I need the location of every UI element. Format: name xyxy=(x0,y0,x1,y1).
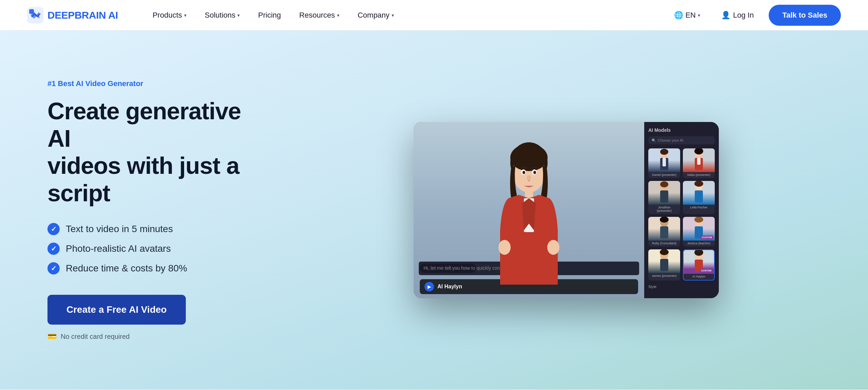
logo[interactable]: DEEPBRAIN AI xyxy=(27,7,118,23)
hero-section: #1 Best AI Video Generator Create genera… xyxy=(0,30,868,390)
model-img-7 xyxy=(648,249,680,273)
nav-solutions[interactable]: Solutions ▾ xyxy=(197,7,248,23)
custom-badge-6: CUSTOM xyxy=(701,235,713,239)
hero-right-mockup: English - Original Voice ▶ AI Haylyn Hi,… xyxy=(292,122,841,298)
model-name-6: Jessica (teacher) xyxy=(683,241,715,247)
svg-point-7 xyxy=(498,240,511,255)
style-section-label: Style xyxy=(648,285,715,289)
model-name-2: Malia (presenter) xyxy=(683,172,715,178)
models-sidebar-title: AI Models xyxy=(648,127,715,133)
model-card-4[interactable]: Leila Fischer xyxy=(683,181,715,214)
svg-rect-1 xyxy=(29,9,34,14)
talk-to-sales-button[interactable]: Talk to Sales xyxy=(769,5,841,26)
avatar-preview: English - Original Voice ▶ AI Haylyn Hi,… xyxy=(414,122,644,298)
mockup-main-area: English - Original Voice ▶ AI Haylyn Hi,… xyxy=(414,122,644,298)
model-name-8: AI Haylyn xyxy=(684,274,714,280)
model-img-8: CUSTOM xyxy=(684,250,714,274)
nav-pricing[interactable]: Pricing xyxy=(251,7,288,23)
products-chevron-icon: ▾ xyxy=(184,13,186,18)
model-card-1[interactable]: Daniel (presenter) xyxy=(648,148,680,178)
logo-icon xyxy=(27,7,43,23)
features-list: Text to video in 5 minutes Photo-realist… xyxy=(47,223,264,274)
feature-item-3: Reduce time & costs by 80% xyxy=(47,262,264,274)
models-grid: Daniel (presenter) Malia (prese xyxy=(648,148,715,281)
check-icon-2 xyxy=(47,243,60,255)
no-credit-notice: 💳 No credit card required xyxy=(47,332,264,341)
svg-rect-20 xyxy=(697,158,701,165)
check-icon-1 xyxy=(47,223,60,235)
credit-card-icon: 💳 xyxy=(47,332,57,341)
model-img-2 xyxy=(683,148,715,172)
feature-item-1: Text to video in 5 minutes xyxy=(47,223,264,235)
create-free-video-button[interactable]: Create a Free AI Video xyxy=(47,295,186,325)
hero-title: Create generative AI videos with just a … xyxy=(47,98,264,207)
model-name-7: James (presenter) xyxy=(648,273,680,279)
hero-badge: #1 Best AI Video Generator xyxy=(47,79,264,88)
model-card-8[interactable]: CUSTOM AI Haylyn xyxy=(683,249,715,281)
nav-products[interactable]: Products ▾ xyxy=(145,7,194,23)
language-selector[interactable]: 🌐 EN ▾ xyxy=(668,7,706,23)
check-icon-3 xyxy=(47,262,60,274)
model-card-6[interactable]: CUSTOM Jessica (teacher) xyxy=(683,217,715,247)
svg-rect-29 xyxy=(660,226,668,239)
model-img-1 xyxy=(648,148,680,172)
svg-point-4 xyxy=(510,144,548,171)
feature-item-2: Photo-realistic AI avatars xyxy=(47,243,264,255)
model-card-2[interactable]: Malia (presenter) xyxy=(683,148,715,178)
nav-company[interactable]: Company ▾ xyxy=(350,7,401,23)
company-chevron-icon: ▾ xyxy=(392,13,394,18)
search-icon: 🔍 xyxy=(652,139,656,142)
svg-rect-16 xyxy=(663,158,666,166)
brand-name: DEEPBRAIN AI xyxy=(47,9,118,21)
navbar: DEEPBRAIN AI Products ▾ Solutions ▾ Pric… xyxy=(0,0,868,30)
solutions-chevron-icon: ▾ xyxy=(237,13,240,18)
svg-point-8 xyxy=(547,240,559,255)
avatar-brand-icon: ▶ xyxy=(425,282,434,291)
models-search[interactable]: 🔍 Choose your AI xyxy=(648,136,715,144)
globe-icon: 🌐 xyxy=(674,11,683,20)
model-img-6: CUSTOM xyxy=(683,217,715,241)
model-img-5 xyxy=(648,217,680,241)
hero-left-content: #1 Best AI Video Generator Create genera… xyxy=(27,79,264,341)
model-img-3 xyxy=(648,181,680,205)
models-sidebar: AI Models 🔍 Choose your AI xyxy=(644,122,719,298)
model-card-3[interactable]: Jonathan (presenter) xyxy=(648,181,680,214)
svg-rect-35 xyxy=(660,259,668,271)
avatar-svg xyxy=(481,136,576,285)
product-mockup: English - Original Voice ▶ AI Haylyn Hi,… xyxy=(414,122,719,298)
svg-point-12 xyxy=(533,171,536,174)
model-img-4 xyxy=(683,181,715,205)
lang-chevron-icon: ▾ xyxy=(698,13,700,18)
model-name-3: Jonathan (presenter) xyxy=(648,205,680,214)
svg-rect-26 xyxy=(695,190,703,203)
model-name-5: Ruby (Consultant) xyxy=(648,241,680,247)
model-card-7[interactable]: James (presenter) xyxy=(648,249,680,281)
login-button[interactable]: 👤 Log In xyxy=(713,7,762,23)
model-card-5[interactable]: Ruby (Consultant) xyxy=(648,217,680,247)
custom-badge-8: CUSTOM xyxy=(700,269,713,272)
nav-right: 🌐 EN ▾ 👤 Log In Talk to Sales xyxy=(668,5,841,26)
svg-point-14 xyxy=(660,149,668,155)
svg-point-22 xyxy=(660,181,668,187)
user-icon: 👤 xyxy=(721,11,730,20)
resources-chevron-icon: ▾ xyxy=(337,13,339,18)
nav-resources[interactable]: Resources ▾ xyxy=(292,7,347,23)
model-name-4: Leila Fischer xyxy=(683,205,715,211)
svg-rect-23 xyxy=(660,190,668,203)
nav-links: Products ▾ Solutions ▾ Pricing Resources… xyxy=(145,7,668,23)
svg-point-11 xyxy=(522,171,525,174)
model-name-1: Daniel (presenter) xyxy=(648,172,680,178)
